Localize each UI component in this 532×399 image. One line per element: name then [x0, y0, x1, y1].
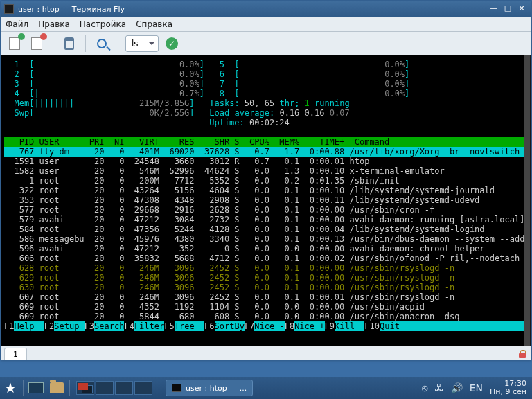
folder-icon [50, 382, 64, 393]
task-button-label: user : htop — ... [186, 384, 247, 393]
menu-settings[interactable]: Настройка [80, 19, 126, 29]
search-button[interactable] [93, 35, 111, 53]
workspace-1[interactable] [76, 381, 94, 395]
task-button-terminal[interactable]: user : htop — ... [166, 380, 253, 396]
menubar: Файл Правка Настройка Справка [1, 17, 531, 32]
network-icon[interactable]: 🖧 [434, 382, 444, 393]
titlebar[interactable]: user : htop — Терминал Fly — □ × [1, 1, 531, 17]
start-button[interactable]: ★ [0, 378, 21, 398]
volume-icon[interactable]: 🔊 [451, 382, 463, 393]
workspace-2[interactable] [96, 381, 114, 395]
menu-file[interactable]: Файл [6, 19, 28, 29]
close-button[interactable]: × [515, 4, 528, 14]
toolbar: ls ✓ [1, 32, 531, 55]
session-tab-strip: 1 [1, 346, 531, 360]
terminal-window: user : htop — Терминал Fly — □ × Файл Пр… [1, 1, 531, 360]
minimize-button[interactable]: — [488, 4, 500, 14]
session-tab[interactable]: 1 [4, 348, 27, 360]
new-session-button[interactable] [6, 35, 24, 53]
terminal-scrollbar[interactable] [524, 55, 531, 346]
workspace-4[interactable] [134, 381, 152, 395]
terminal-icon [4, 4, 14, 14]
desktop-icon [28, 382, 44, 393]
workspace-3[interactable] [115, 381, 133, 395]
star-icon: ★ [4, 380, 17, 396]
command-combo[interactable]: ls [125, 35, 159, 52]
window-title: user : htop — Терминал Fly [18, 5, 125, 14]
keyboard-layout[interactable]: EN [470, 382, 483, 393]
lock-icon[interactable] [518, 350, 526, 358]
terminal-viewport[interactable]: 1 [ 0.0%] 5 [ 0.0%] 2 [ 0.0%] 6 [ 0.0%] … [1, 55, 531, 346]
menu-edit[interactable]: Правка [38, 19, 70, 29]
workspace-pager[interactable] [76, 381, 152, 395]
menu-help[interactable]: Справка [136, 19, 172, 29]
system-tray: ⎋ 🖧 🔊 EN 17:30 Пн, 9 сен [422, 380, 532, 396]
paste-button[interactable] [60, 35, 78, 53]
maximize-button[interactable]: □ [502, 4, 514, 14]
taskbar: ★ user : htop — ... ⎋ 🖧 🔊 EN 17:30 Пн, 9… [0, 377, 532, 399]
usb-icon[interactable]: ⎋ [422, 382, 427, 393]
run-button[interactable]: ✓ [163, 35, 181, 53]
close-session-button[interactable] [28, 35, 46, 53]
clock[interactable]: 17:30 Пн, 9 сен [490, 380, 526, 396]
show-desktop-button[interactable] [26, 378, 46, 398]
file-manager-button[interactable] [46, 378, 67, 398]
terminal-icon [172, 384, 181, 392]
